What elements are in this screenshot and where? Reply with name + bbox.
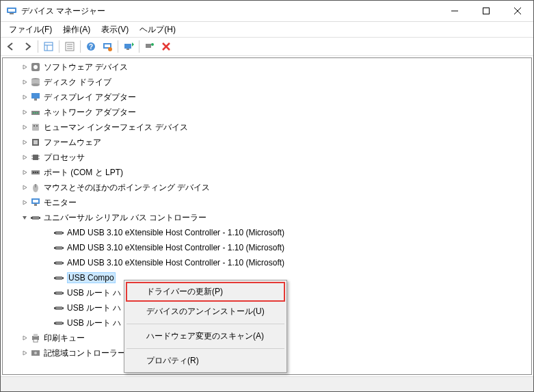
device-manager-window: デバイス マネージャー ファイル(F) 操作(A) 表示(V) ヘルプ(H) ?…: [0, 0, 534, 392]
tree-spacer: [42, 242, 53, 253]
chevron-right-icon[interactable]: [19, 348, 30, 358]
tree-category[interactable]: ソフトウェア デバイス: [3, 60, 531, 75]
menu-view[interactable]: 表示(V): [96, 23, 134, 37]
tree-device[interactable]: AMD USB 3.10 eXtensible Host Controller …: [3, 240, 531, 255]
svg-rect-70: [55, 291, 62, 295]
hid-icon: [30, 122, 41, 133]
tree-label: ディスク ドライブ: [44, 77, 111, 88]
tree-label: USB ルート ハ: [67, 317, 121, 329]
svg-rect-66: [62, 262, 64, 264]
svg-rect-63: [62, 247, 64, 249]
svg-rect-73: [55, 306, 62, 310]
menu-help[interactable]: ヘルプ(H): [134, 23, 181, 37]
firmware-icon: [30, 137, 41, 148]
ctx-update-driver[interactable]: ドライバーの更新(P): [126, 282, 285, 302]
chevron-right-icon[interactable]: [19, 152, 30, 163]
tree-category[interactable]: ネットワーク アダプター: [3, 105, 531, 120]
maximize-button[interactable]: [470, 1, 502, 21]
toolbar-separator: [139, 40, 139, 53]
window-title: デバイス マネージャー: [21, 5, 439, 17]
tree-category[interactable]: ヒューマン インターフェイス デバイス: [3, 120, 531, 135]
chevron-right-icon[interactable]: [19, 137, 30, 148]
usb-icon: [53, 317, 64, 328]
tree-category[interactable]: ディスプレイ アダプター: [3, 90, 531, 105]
forward-button[interactable]: [20, 39, 35, 54]
svg-point-33: [33, 112, 34, 114]
menu-action[interactable]: 操作(A): [57, 23, 96, 37]
tree-device[interactable]: AMD USB 3.10 eXtensible Host Controller …: [3, 225, 531, 240]
tree-device[interactable]: AMD USB 3.10 eXtensible Host Controller …: [3, 255, 531, 270]
app-icon: [6, 5, 17, 16]
scan-hardware-button[interactable]: [100, 39, 115, 54]
show-hide-tree-button[interactable]: [41, 39, 56, 54]
processor-icon: [30, 152, 41, 163]
tree-spacer: [42, 302, 53, 313]
ctx-uninstall-device[interactable]: デバイスのアンインストール(U): [126, 302, 285, 322]
chevron-right-icon[interactable]: [19, 167, 30, 178]
svg-rect-60: [62, 232, 64, 234]
tree-spacer: [42, 272, 53, 283]
delete-button[interactable]: [159, 39, 174, 54]
svg-point-83: [34, 352, 37, 354]
help-button[interactable]: ?: [83, 39, 98, 54]
svg-rect-67: [55, 276, 62, 280]
ctx-properties[interactable]: プロパティ(R): [126, 351, 285, 371]
tree-label: ソフトウェア デバイス: [44, 62, 128, 73]
svg-rect-76: [55, 322, 62, 325]
tree-category[interactable]: ディスク ドライブ: [3, 75, 531, 90]
chevron-right-icon[interactable]: [19, 92, 30, 103]
tree-category[interactable]: ファームウェア: [3, 135, 531, 150]
menu-file[interactable]: ファイル(F): [3, 23, 57, 37]
svg-rect-1: [8, 9, 15, 12]
update-driver-button[interactable]: [121, 39, 136, 54]
tree-category[interactable]: ユニバーサル シリアル バス コントローラー: [3, 210, 531, 225]
usb-icon: [53, 302, 64, 313]
svg-rect-56: [31, 217, 33, 219]
chevron-right-icon[interactable]: [19, 62, 30, 73]
svg-rect-71: [54, 292, 56, 294]
chevron-right-icon[interactable]: [19, 197, 30, 208]
titlebar: デバイス マネージャー: [1, 1, 533, 22]
svg-rect-53: [33, 200, 38, 202]
svg-rect-4: [483, 8, 490, 14]
uninstall-button[interactable]: [142, 39, 157, 54]
svg-point-26: [34, 65, 38, 69]
chevron-right-icon[interactable]: [19, 122, 30, 133]
tree-label: ユニバーサル シリアル バス コントローラー: [44, 212, 206, 224]
svg-rect-31: [34, 99, 37, 101]
close-button[interactable]: [502, 1, 533, 21]
chevron-right-icon[interactable]: [19, 107, 30, 118]
tree-category[interactable]: マウスとそのほかのポインティング デバイス: [3, 180, 531, 195]
statusbar: [1, 376, 533, 391]
back-button[interactable]: [3, 39, 18, 54]
svg-point-47: [33, 172, 34, 173]
svg-rect-58: [55, 231, 62, 235]
toolbar-separator: [59, 40, 59, 53]
chevron-right-icon[interactable]: [19, 77, 30, 88]
ctx-separator: [126, 324, 284, 324]
tree-label: 印刷キュー: [44, 332, 85, 344]
tree-spacer: [42, 227, 53, 238]
tree-spacer: [42, 317, 53, 328]
chevron-right-icon[interactable]: [19, 332, 30, 343]
chevron-down-icon[interactable]: [19, 212, 30, 223]
printer-icon: [30, 332, 41, 343]
svg-rect-17: [105, 44, 110, 47]
tree-label: ヒューマン インターフェイス デバイス: [44, 122, 188, 133]
tree-category[interactable]: ポート (COM と LPT): [3, 165, 531, 180]
tree-category[interactable]: モニター: [3, 195, 531, 210]
svg-rect-30: [31, 93, 40, 99]
toolbar: ?: [1, 37, 533, 56]
svg-rect-41: [33, 155, 38, 160]
tree-label: モニター: [44, 197, 77, 209]
tree-category[interactable]: プロセッサ: [3, 150, 531, 165]
ctx-scan-hardware[interactable]: ハードウェア変更のスキャン(A): [126, 326, 285, 346]
tree-label: USB ルート ハ: [67, 287, 121, 299]
usb-icon: [53, 272, 64, 283]
properties-button[interactable]: [62, 39, 77, 54]
svg-rect-59: [54, 232, 56, 234]
network-icon: [30, 107, 41, 118]
chevron-right-icon[interactable]: [19, 182, 30, 193]
minimize-button[interactable]: [439, 1, 470, 21]
port-icon: [30, 167, 41, 178]
